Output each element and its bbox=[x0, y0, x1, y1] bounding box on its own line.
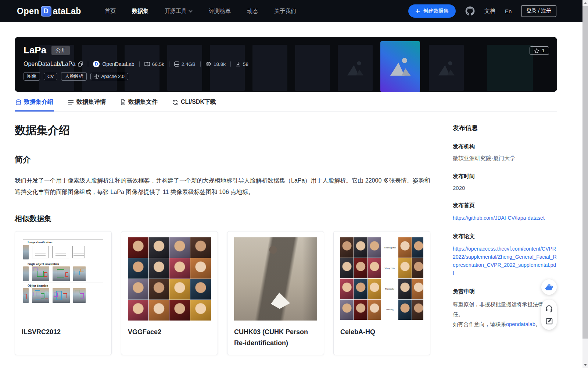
main-navigation: 首页 数据集 开源工具 评测榜单 动态 关于我们 bbox=[105, 8, 296, 15]
docs-link[interactable]: 文档 bbox=[484, 8, 495, 15]
star-button[interactable]: 1 bbox=[530, 46, 549, 55]
divider bbox=[88, 61, 88, 67]
intro-paragraph: 我们开发了一个用于像素级人脸解析注释的高效框架，并构建了一个新的大规模地标引导人… bbox=[15, 175, 432, 198]
page-content: LaPa 公开 OpenDataLab/LaPa D OpenDataLab 6… bbox=[15, 37, 557, 355]
carousel-tile bbox=[338, 45, 373, 91]
dataset-hero-banner: LaPa 公开 OpenDataLab/LaPa D OpenDataLab 6… bbox=[15, 37, 557, 92]
license-tag[interactable]: Apache 2.0 bbox=[90, 73, 128, 80]
dataset-tags: 图像 CV 人脸解析 Apache 2.0 bbox=[24, 72, 248, 81]
publish-date-value: 2020 bbox=[453, 185, 557, 191]
photo-detail bbox=[270, 291, 291, 310]
download-icon bbox=[236, 61, 241, 67]
similar-dataset-card[interactable]: Wearing Hat Wavy Hair Mustache Smiling C… bbox=[333, 231, 430, 355]
customer-service-icon[interactable] bbox=[545, 304, 553, 312]
divider bbox=[169, 61, 169, 67]
similar-dataset-card[interactable]: CUHK03 (CUHK Person Re-identification) bbox=[227, 231, 324, 355]
nav-item-opensource-tools[interactable]: 开源工具 bbox=[165, 8, 193, 15]
dataset-header-info: LaPa 公开 OpenDataLab/LaPa D OpenDataLab 6… bbox=[24, 45, 248, 81]
logo-text-datalab: ataLab bbox=[53, 6, 81, 16]
dataset-tabbar: 数据集介绍 数据集详情 数据集文件 CLI/SDK下载 bbox=[15, 94, 557, 112]
main-column: 数据集介绍 简介 我们开发了一个用于像素级人脸解析注释的高效框架，并构建了一个新… bbox=[15, 112, 445, 355]
paper-label: 发布论文 bbox=[453, 233, 557, 240]
list-icon bbox=[68, 100, 74, 105]
similar-dataset-title: VGGFace2 bbox=[128, 326, 211, 337]
scrollbar-thumb[interactable] bbox=[582, 6, 588, 339]
page-title: 数据集介绍 bbox=[15, 123, 445, 138]
feedback-form-icon[interactable] bbox=[545, 317, 553, 325]
eye-icon bbox=[205, 62, 211, 66]
similar-datasets-row: Image classification Single-object local… bbox=[15, 231, 445, 355]
top-navbar: Open D ataLab 首页 数据集 开源工具 评测榜单 动态 关于我们 创… bbox=[0, 0, 588, 22]
dataset-thumbnail bbox=[128, 237, 211, 321]
tag-image[interactable]: 图像 bbox=[24, 72, 40, 81]
dataset-thumbnail: Wearing Hat Wavy Hair Mustache Smiling bbox=[340, 237, 423, 321]
opendatalab-org-icon: D bbox=[93, 61, 100, 67]
language-toggle[interactable]: En bbox=[505, 8, 512, 14]
similar-dataset-title: CUHK03 (CUHK Person Re-identification) bbox=[234, 326, 317, 348]
star-count: 1 bbox=[542, 48, 545, 53]
tab-dataset-details[interactable]: 数据集详情 bbox=[67, 94, 107, 112]
sidebar-title: 发布信息 bbox=[453, 124, 557, 132]
sync-download-icon bbox=[172, 99, 178, 105]
dataset-thumbnail bbox=[234, 237, 317, 321]
dataset-thumbnail: Image classification Single-object local… bbox=[22, 237, 105, 321]
database-icon bbox=[15, 99, 21, 105]
image-placeholder-icon bbox=[346, 60, 365, 76]
copy-icon[interactable] bbox=[78, 61, 83, 67]
create-dataset-button[interactable]: 创建数据集 bbox=[408, 4, 456, 18]
scroll-down-arrow[interactable] bbox=[584, 364, 587, 366]
repo-path[interactable]: OpenDataLab/LaPa bbox=[24, 61, 83, 67]
license-scales-icon bbox=[94, 74, 99, 79]
dataset-meta-row: OpenDataLab/LaPa D OpenDataLab 66.5k 2.4… bbox=[24, 61, 248, 67]
nav-item-news[interactable]: 动态 bbox=[247, 8, 258, 15]
tag-cv[interactable]: CV bbox=[44, 73, 57, 80]
stat-downloads: 58 bbox=[236, 61, 248, 67]
vertical-scrollbar[interactable] bbox=[582, 0, 588, 368]
intro-heading: 简介 bbox=[15, 154, 445, 165]
github-icon[interactable] bbox=[465, 6, 475, 16]
homepage-link[interactable]: https://github.com/JDAI-CV/lapa-dataset bbox=[453, 214, 557, 222]
similar-dataset-card[interactable]: VGGFace2 bbox=[121, 231, 218, 355]
paper-link[interactable]: https://openaccess.thecvf.com/content/CV… bbox=[453, 245, 557, 277]
scroll-up-arrow[interactable] bbox=[584, 2, 587, 4]
brand-float-button[interactable] bbox=[541, 279, 557, 295]
navbar-right-cluster: 创建数据集 文档 En 登录 / 注册 bbox=[408, 4, 556, 18]
similar-dataset-title: ILSVRC2012 bbox=[22, 326, 105, 337]
carousel-tile bbox=[429, 45, 464, 91]
nav-item-about[interactable]: 关于我们 bbox=[274, 8, 296, 15]
similar-dataset-card[interactable]: Image classification Single-object local… bbox=[15, 231, 112, 355]
publish-date-label: 发布时间 bbox=[453, 173, 557, 180]
visibility-badge: 公开 bbox=[51, 46, 70, 55]
divider bbox=[139, 61, 140, 67]
chevron-down-icon bbox=[189, 10, 193, 13]
tab-dataset-intro[interactable]: 数据集介绍 bbox=[15, 94, 54, 112]
opendatalab-contact-link[interactable]: opendatalab bbox=[506, 321, 535, 327]
nav-item-home[interactable]: 首页 bbox=[105, 8, 116, 15]
opendatalab-logo-icon: D bbox=[41, 6, 51, 17]
file-icon bbox=[121, 99, 126, 105]
logo-text-open: Open bbox=[17, 6, 39, 16]
tab-dataset-files[interactable]: 数据集文件 bbox=[120, 94, 158, 112]
divider bbox=[230, 61, 231, 67]
stat-references: 66.5k bbox=[144, 61, 164, 67]
tab-cli-sdk-download[interactable]: CLI/SDK下载 bbox=[172, 94, 217, 112]
support-float-panel bbox=[541, 300, 557, 330]
carousel-tile-active[interactable] bbox=[380, 41, 420, 92]
publisher-org[interactable]: D OpenDataLab bbox=[93, 61, 134, 67]
similar-dataset-title: CelebA-HQ bbox=[340, 326, 423, 337]
nav-item-leaderboard[interactable]: 评测榜单 bbox=[209, 8, 231, 15]
publisher-value: 微软亚洲研究院·厦门大学 bbox=[453, 155, 557, 162]
storage-icon bbox=[174, 61, 179, 67]
star-icon bbox=[534, 48, 539, 53]
opendatalab-logo[interactable]: Open D ataLab bbox=[17, 6, 81, 17]
image-placeholder-icon bbox=[437, 60, 456, 76]
stat-size: 2.4GB bbox=[174, 61, 196, 67]
tag-face-parsing[interactable]: 人脸解析 bbox=[61, 72, 87, 81]
homepage-label: 发布首页 bbox=[453, 202, 557, 209]
divider bbox=[200, 61, 201, 67]
mountain-logo-icon bbox=[544, 283, 554, 291]
image-placeholder-icon bbox=[389, 57, 412, 76]
login-register-button[interactable]: 登录 / 注册 bbox=[521, 5, 556, 17]
carousel-tile bbox=[295, 45, 330, 91]
nav-item-datasets[interactable]: 数据集 bbox=[132, 8, 148, 15]
